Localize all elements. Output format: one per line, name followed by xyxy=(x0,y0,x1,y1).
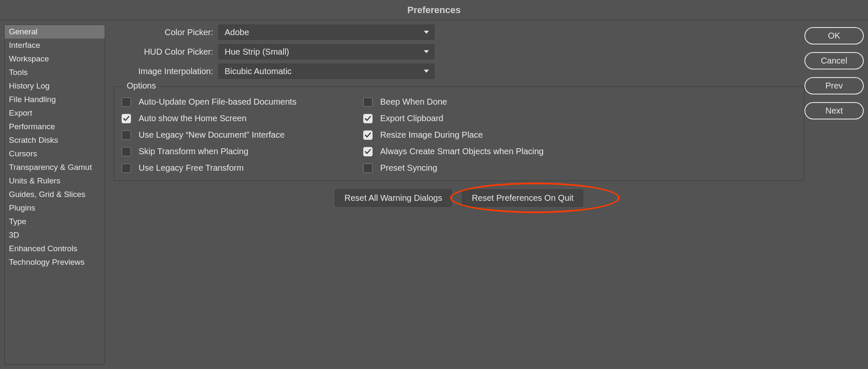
option-row: Use Legacy Free Transform xyxy=(122,163,363,173)
reset-prefs-on-quit-button[interactable]: Reset Preferences On Quit xyxy=(462,189,583,207)
options-fieldset: Options Auto-Update Open File-based Docu… xyxy=(114,86,804,181)
color-picker-row: Color Picker: Adobe xyxy=(110,25,804,40)
ok-button[interactable]: OK xyxy=(804,27,864,44)
option-label: Preset Syncing xyxy=(380,163,437,173)
option-row: Auto show the Home Screen xyxy=(122,114,363,123)
option-checkbox[interactable] xyxy=(363,147,373,156)
color-picker-value: Adobe xyxy=(225,28,249,37)
option-row: Resize Image During Place xyxy=(363,130,796,140)
sidebar-item-guides-grid-slices[interactable]: Guides, Grid & Slices xyxy=(5,188,105,201)
option-label: Use Legacy “New Document” Interface xyxy=(139,130,285,140)
reset-button-row: Reset All Warning Dialogs Reset Preferen… xyxy=(114,189,804,207)
sidebar-item-general[interactable]: General xyxy=(5,25,105,39)
sidebar-item-enhanced-controls[interactable]: Enhanced Controls xyxy=(5,242,105,255)
prev-button[interactable]: Prev xyxy=(804,77,864,94)
option-label: Use Legacy Free Transform xyxy=(139,163,244,173)
image-interpolation-row: Image Interpolation: Bicubic Automatic xyxy=(110,64,804,79)
sidebar-item-history-log[interactable]: History Log xyxy=(5,79,105,93)
sidebar-item-plugins[interactable]: Plugins xyxy=(5,201,105,215)
option-checkbox[interactable] xyxy=(363,97,373,107)
reset-warning-dialogs-button[interactable]: Reset All Warning Dialogs xyxy=(335,189,452,207)
option-checkbox[interactable] xyxy=(363,114,373,123)
option-row: Export Clipboard xyxy=(363,114,796,123)
option-checkbox[interactable] xyxy=(122,147,131,156)
sidebar-item-interface[interactable]: Interface xyxy=(5,39,105,52)
sidebar-item-type[interactable]: Type xyxy=(5,215,105,228)
color-picker-dropdown[interactable]: Adobe xyxy=(218,25,434,40)
next-button[interactable]: Next xyxy=(804,102,864,119)
sidebar-item-technology-previews[interactable]: Technology Previews xyxy=(5,255,105,269)
option-label: Auto show the Home Screen xyxy=(139,114,247,123)
sidebar-item-export[interactable]: Export xyxy=(5,106,105,120)
sidebar-item-file-handling[interactable]: File Handling xyxy=(5,93,105,106)
chevron-down-icon xyxy=(424,70,429,73)
options-grid: Auto-Update Open File-based DocumentsBee… xyxy=(122,97,796,173)
hud-color-picker-label: HUD Color Picker: xyxy=(110,47,218,57)
option-row: Preset Syncing xyxy=(363,163,796,173)
sidebar-item-tools[interactable]: Tools xyxy=(5,66,105,79)
hud-color-picker-row: HUD Color Picker: Hue Strip (Small) xyxy=(110,44,804,59)
sidebar-item-cursors[interactable]: Cursors xyxy=(5,147,105,161)
content-area: GeneralInterfaceWorkspaceToolsHistory Lo… xyxy=(0,20,868,369)
option-row: Skip Transform when Placing xyxy=(122,147,363,156)
chevron-down-icon xyxy=(424,50,429,53)
option-checkbox[interactable] xyxy=(363,164,373,173)
sidebar-item-3d[interactable]: 3D xyxy=(5,228,105,242)
option-label: Always Create Smart Objects when Placing xyxy=(380,147,544,156)
chevron-down-icon xyxy=(424,31,429,34)
options-legend: Options xyxy=(123,81,159,91)
option-row: Beep When Done xyxy=(363,97,796,107)
hud-color-picker-value: Hue Strip (Small) xyxy=(225,47,289,57)
option-row: Auto-Update Open File-based Documents xyxy=(122,97,363,107)
option-checkbox[interactable] xyxy=(122,130,131,140)
option-label: Auto-Update Open File-based Documents xyxy=(139,97,296,107)
cancel-button[interactable]: Cancel xyxy=(804,52,864,69)
hud-color-picker-dropdown[interactable]: Hue Strip (Small) xyxy=(218,44,434,59)
image-interpolation-label: Image Interpolation: xyxy=(110,67,218,76)
option-checkbox[interactable] xyxy=(122,97,131,107)
option-checkbox[interactable] xyxy=(122,114,131,123)
image-interpolation-value: Bicubic Automatic xyxy=(225,67,292,76)
option-label: Skip Transform when Placing xyxy=(139,147,248,156)
main-panel: Color Picker: Adobe HUD Color Picker: Hu… xyxy=(110,25,804,365)
category-sidebar: GeneralInterfaceWorkspaceToolsHistory Lo… xyxy=(4,25,105,365)
window-titlebar: Preferences xyxy=(0,0,868,20)
action-button-panel: OK Cancel Prev Next xyxy=(804,25,864,365)
sidebar-item-scratch-disks[interactable]: Scratch Disks xyxy=(5,133,105,147)
window-title: Preferences xyxy=(407,5,461,16)
sidebar-item-transparency-gamut[interactable]: Transparency & Gamut xyxy=(5,161,105,174)
option-label: Resize Image During Place xyxy=(380,130,483,140)
sidebar-item-performance[interactable]: Performance xyxy=(5,120,105,133)
option-label: Export Clipboard xyxy=(380,114,443,123)
color-picker-label: Color Picker: xyxy=(110,28,218,37)
option-row: Always Create Smart Objects when Placing xyxy=(363,147,796,156)
option-row: Use Legacy “New Document” Interface xyxy=(122,130,363,140)
option-checkbox[interactable] xyxy=(363,130,373,140)
option-checkbox[interactable] xyxy=(122,164,131,173)
sidebar-item-workspace[interactable]: Workspace xyxy=(5,52,105,66)
sidebar-item-units-rulers[interactable]: Units & Rulers xyxy=(5,174,105,188)
image-interpolation-dropdown[interactable]: Bicubic Automatic xyxy=(218,64,434,79)
option-label: Beep When Done xyxy=(380,97,447,107)
